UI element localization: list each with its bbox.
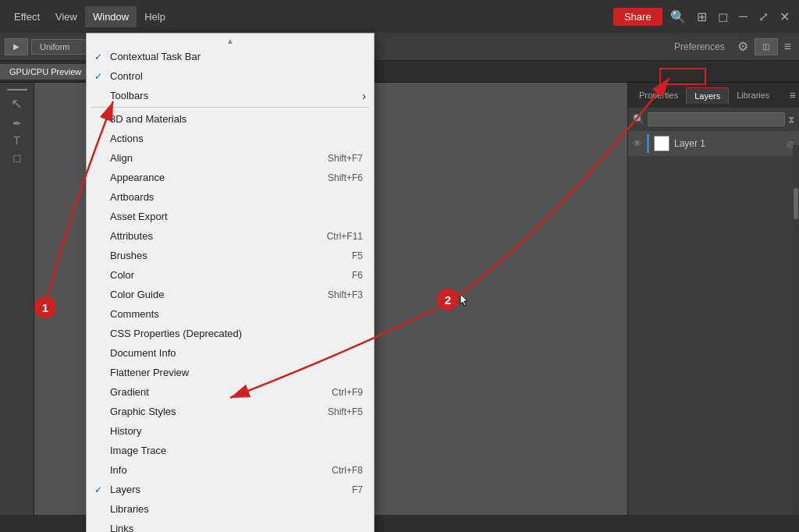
- menu-item-label: Graphic Styles: [110, 406, 176, 417]
- search-row: 🔍 ⧗: [628, 108, 799, 131]
- panel-scrollbar[interactable]: [793, 145, 799, 515]
- menu-shortcut: Shift+F3: [328, 289, 363, 300]
- menu-help[interactable]: Help: [137, 6, 173, 27]
- tool-pen[interactable]: ✒: [12, 117, 22, 129]
- menu-document-info[interactable]: Document Info: [87, 343, 374, 363]
- right-panel: Properties Layers Libraries ≡ 🔍 ⧗ 👁 Laye…: [627, 83, 799, 532]
- close-icon[interactable]: ✕: [776, 8, 793, 26]
- menu-attributes[interactable]: Attributes Ctrl+F11: [87, 226, 374, 246]
- panel-menu-icon[interactable]: ≡: [790, 89, 796, 101]
- menu-3d-materials[interactable]: 3D and Materials: [87, 109, 374, 129]
- toolbar-collapse[interactable]: [7, 89, 27, 90]
- right-panel-tabs: Properties Layers Libraries ≡: [628, 83, 799, 108]
- menu-links[interactable]: Links: [87, 519, 374, 532]
- menu-history[interactable]: History: [87, 421, 374, 441]
- menu-item-label: Layers: [110, 484, 140, 495]
- menu-toolbars[interactable]: Toolbars: [87, 86, 374, 105]
- menu-color-guide[interactable]: Color Guide Shift+F3: [87, 285, 374, 304]
- menu-item-label: Comments: [110, 308, 159, 320]
- menu-layers[interactable]: Layers F7: [87, 480, 374, 499]
- menu-artboards[interactable]: Artboards: [87, 187, 374, 207]
- menu-shortcut: Shift+F5: [328, 406, 363, 417]
- cursor-icon: [460, 293, 469, 306]
- menu-effect[interactable]: Effect: [6, 6, 48, 27]
- menu-item-label: Contextual Task Bar: [110, 51, 201, 62]
- menu-item-label: Control: [110, 70, 143, 82]
- menu-comments[interactable]: Comments: [87, 304, 374, 324]
- menu-shortcut: Ctrl+F9: [332, 387, 363, 398]
- menu-item-label: Actions: [110, 133, 144, 144]
- menu-item-label: Toolbars: [110, 90, 148, 101]
- menu-item-label: Brushes: [110, 250, 147, 261]
- expand-icon[interactable]: ⤢: [755, 8, 772, 26]
- filter-icon[interactable]: ⧗: [788, 114, 794, 125]
- menu-shortcut: F5: [352, 250, 363, 261]
- menu-color[interactable]: Color F6: [87, 265, 374, 285]
- menu-actions[interactable]: Actions: [87, 129, 374, 148]
- menu-item-label: History: [110, 425, 141, 437]
- tool-arrow[interactable]: ↖: [11, 95, 23, 112]
- menu-item-label: Artboards: [110, 191, 154, 203]
- more-icon[interactable]: ≡: [781, 38, 794, 55]
- search-icon[interactable]: 🔍: [667, 8, 689, 26]
- scroll-up-indicator[interactable]: ▲: [87, 37, 374, 47]
- menu-appearance[interactable]: Appearance Shift+F6: [87, 168, 374, 187]
- tab-layers[interactable]: Layers: [686, 87, 729, 104]
- layer-color-indicator: [647, 134, 649, 153]
- header-right: Share 🔍 ⊞ ◻ ─ ⤢ ✕: [613, 8, 793, 26]
- layer-search-input[interactable]: [648, 112, 785, 126]
- menu-contextual-taskbar[interactable]: Contextual Task Bar: [87, 47, 374, 66]
- layer-thumbnail: [654, 136, 669, 151]
- share-button[interactable]: Share: [613, 8, 662, 26]
- menu-item-label: Image Trace: [110, 445, 166, 456]
- menu-item-label: CSS Properties (Deprecated): [110, 328, 242, 339]
- menu-libraries[interactable]: Libraries: [87, 499, 374, 519]
- menu-asset-export[interactable]: Asset Export: [87, 207, 374, 226]
- menu-shortcut: Ctrl+F8: [332, 465, 363, 476]
- tab-label: GPU/CPU Preview: [9, 67, 81, 76]
- tab-properties[interactable]: Properties: [631, 87, 686, 103]
- menu-shortcut: Ctrl+F11: [327, 231, 363, 242]
- menu-shortcut: Shift+F7: [328, 153, 363, 164]
- layer-row[interactable]: 👁 Layer 1 ◎: [628, 131, 799, 157]
- panel-toggle[interactable]: ◫: [755, 38, 778, 55]
- menu-item-label: Attributes: [110, 230, 153, 242]
- menu-flattener-preview[interactable]: Flattener Preview: [87, 363, 374, 382]
- menu-shortcut: F6: [352, 270, 363, 281]
- search-icon-panel: 🔍: [633, 114, 645, 125]
- menubar: Effect View Window Help Share 🔍 ⊞ ◻ ─ ⤢ …: [0, 0, 799, 33]
- window-icon[interactable]: ◻: [715, 8, 731, 26]
- minimize-icon[interactable]: ─: [736, 8, 751, 25]
- tab-libraries[interactable]: Libraries: [729, 87, 777, 103]
- menu-shortcut: Shift+F6: [328, 172, 363, 183]
- menu-css-properties[interactable]: CSS Properties (Deprecated): [87, 324, 374, 343]
- menu-item-label: Gradient: [110, 386, 149, 398]
- arrange-icon[interactable]: ⚙: [734, 37, 751, 55]
- menu-item-label: 3D and Materials: [110, 113, 186, 125]
- menu-image-trace[interactable]: Image Trace: [87, 441, 374, 460]
- menu-brushes[interactable]: Brushes F5: [87, 246, 374, 265]
- preferences-label: Preferences: [674, 41, 725, 52]
- menu-item-label: Links: [110, 523, 133, 532]
- menu-graphic-styles[interactable]: Graphic Styles Shift+F5: [87, 402, 374, 421]
- menu-align[interactable]: Align Shift+F7: [87, 148, 374, 168]
- menu-info[interactable]: Info Ctrl+F8: [87, 460, 374, 480]
- menu-control[interactable]: Control: [87, 66, 374, 86]
- menu-item-label: Flattener Preview: [110, 367, 189, 378]
- tool-select[interactable]: ▶: [5, 38, 28, 55]
- layer-name[interactable]: Layer 1: [674, 138, 782, 149]
- menu-item-label: Align: [110, 152, 133, 164]
- menu-item-label: Info: [110, 464, 127, 476]
- menu-item-label: Asset Export: [110, 211, 168, 222]
- grid-icon[interactable]: ⊞: [694, 8, 710, 26]
- menu-view[interactable]: View: [48, 6, 85, 27]
- tool-shape[interactable]: ◻: [12, 151, 22, 164]
- menu-divider-1: [91, 107, 369, 108]
- tool-type[interactable]: T: [13, 134, 20, 147]
- layer-visibility-icon[interactable]: 👁: [633, 138, 642, 149]
- menu-item-label: Document Info: [110, 347, 176, 359]
- menu-item-label: Color: [110, 269, 134, 281]
- menu-gradient[interactable]: Gradient Ctrl+F9: [87, 382, 374, 402]
- panel-scrollbar-thumb[interactable]: [794, 188, 798, 219]
- menu-window[interactable]: Window: [85, 6, 137, 27]
